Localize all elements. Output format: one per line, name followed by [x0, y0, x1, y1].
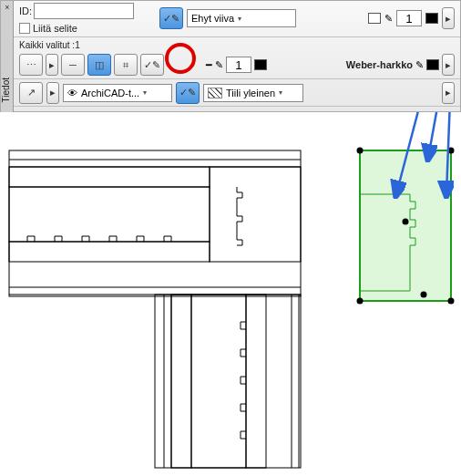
id-label: ID: — [19, 5, 32, 16]
flyout-row2[interactable]: ▸ — [442, 54, 455, 76]
tool-line[interactable]: ─ — [61, 54, 85, 76]
row-layer: ↗ ▸ 👁 ArchiCAD-t... ▾ ✓✎ Tiili yleinen ▾… — [14, 79, 460, 107]
check-pen-button[interactable]: ✓✎ — [159, 7, 183, 29]
linetype-label: Ehyt viiva — [191, 13, 234, 24]
arrow-flyout[interactable]: ▸ — [46, 82, 59, 104]
svg-rect-19 — [155, 295, 301, 468]
drawing-svg — [0, 112, 461, 476]
chevron-down-icon: ▾ — [238, 15, 241, 23]
svg-rect-0 — [360, 150, 451, 301]
svg-rect-13 — [9, 167, 210, 187]
pen-icon: ✎ — [384, 13, 393, 25]
svg-point-3 — [357, 298, 364, 305]
chevron-down-icon-2: ▾ — [143, 88, 147, 97]
pen3-swatch[interactable] — [426, 59, 439, 70]
attach-legend-checkbox[interactable] — [19, 23, 30, 34]
svg-rect-15 — [9, 242, 210, 262]
close-icon[interactable]: × — [3, 3, 12, 12]
pen2-icon: ✎ — [215, 59, 223, 71]
pen2-swatch[interactable] — [254, 59, 267, 70]
drawing-canvas[interactable] — [0, 112, 461, 476]
pen2-value[interactable] — [226, 57, 251, 73]
svg-rect-16 — [210, 167, 301, 262]
id-input[interactable] — [34, 3, 134, 19]
chevron-down-icon-3: ▾ — [279, 88, 282, 97]
layer-label: ArchiCAD-t... — [81, 88, 139, 98]
svg-point-1 — [357, 148, 364, 154]
tool-dotted-flyout[interactable]: ▸ — [46, 54, 58, 76]
flyout-row3[interactable]: ▸ — [442, 82, 455, 104]
hatch-swatch-icon — [208, 88, 222, 98]
pen-swatch-black[interactable] — [425, 13, 438, 24]
pen1-value[interactable] — [396, 10, 422, 26]
svg-point-4 — [448, 298, 455, 305]
panel-title: Tiedot — [1, 78, 14, 102]
fill-dropdown[interactable]: Tiili yleinen ▾ — [203, 84, 303, 102]
section-label: Weber-harkko — [346, 59, 413, 70]
flyout-row1[interactable]: ▸ — [442, 7, 455, 29]
line-solid-icon: ━ — [206, 59, 212, 71]
fill-toggle[interactable]: ✓✎ — [176, 82, 200, 104]
eye-icon: 👁 — [67, 88, 77, 98]
pen3-icon: ✎ — [415, 59, 424, 71]
row-selected: Kaikki valitut :1 ⋯ ▸ ─ ◫ ⌗ ✓✎ ━ ✎ Weber… — [14, 37, 460, 79]
svg-rect-10 — [9, 150, 301, 296]
row-id: ID: Liitä selite ✓✎ Ehyt viiva ▾ ✎ ▸ — [14, 1, 460, 37]
attach-legend-label: Liitä selite — [33, 23, 77, 34]
vertical-tab[interactable]: × Tiedot — [1, 1, 14, 113]
selected-object[interactable] — [357, 148, 455, 305]
info-toolbar: × Tiedot ID: Liitä selite ✓✎ Ehyt viiva … — [0, 0, 461, 112]
tool-eraser[interactable]: ◫ — [87, 54, 111, 76]
fill-label: Tiili yleinen — [226, 88, 275, 98]
tool-chair[interactable]: ⌗ — [114, 54, 138, 76]
svg-rect-14 — [9, 187, 210, 242]
pen-swatch-white[interactable] — [368, 13, 381, 24]
toolbar-content: ID: Liitä selite ✓✎ Ehyt viiva ▾ ✎ ▸ — [14, 1, 460, 113]
svg-point-6 — [421, 292, 427, 298]
svg-rect-23 — [191, 295, 246, 468]
svg-point-5 — [403, 219, 409, 225]
svg-rect-24 — [246, 295, 266, 468]
layer-dropdown[interactable]: 👁 ArchiCAD-t... ▾ — [63, 84, 172, 102]
tool-dotted[interactable]: ⋯ — [19, 54, 43, 76]
linetype-dropdown[interactable]: Ehyt viiva ▾ — [187, 9, 296, 27]
svg-rect-22 — [171, 295, 191, 468]
cad-drawing — [9, 150, 301, 468]
arrow-tool[interactable]: ↗ — [19, 82, 43, 104]
check-pen-icon: ✓✎ — [163, 13, 179, 25]
selected-count-label: Kaikki valitut :1 — [19, 40, 455, 50]
tool-checkpen2[interactable]: ✓✎ — [140, 54, 164, 76]
